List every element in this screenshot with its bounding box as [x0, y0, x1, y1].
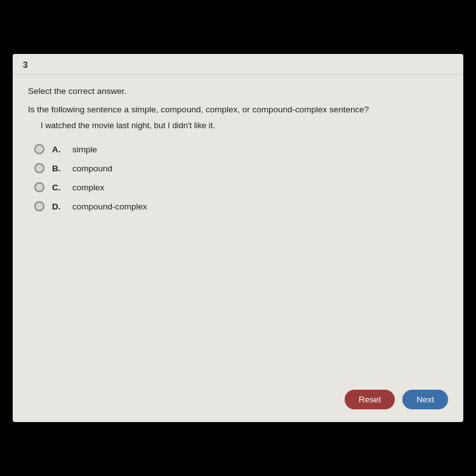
instruction-text: Select the correct answer.	[28, 86, 448, 96]
question-number: 3	[23, 60, 28, 70]
radio-d[interactable]	[34, 201, 44, 211]
quiz-screen: 3 Select the correct answer. Is the foll…	[13, 54, 463, 422]
radio-a[interactable]	[34, 144, 44, 154]
question-number-bar: 3	[13, 54, 463, 75]
option-c-letter: C.	[52, 183, 65, 192]
option-d-text: compound-complex	[72, 202, 147, 211]
option-d-letter: D.	[52, 202, 65, 211]
option-a[interactable]: A. simple	[34, 144, 448, 154]
next-button[interactable]: Next	[402, 390, 448, 409]
option-a-text: simple	[72, 145, 97, 154]
button-row: Reset Next	[13, 380, 463, 422]
radio-c[interactable]	[34, 182, 44, 192]
sentence-quote: I watched the movie last night, but I di…	[41, 121, 448, 130]
option-c-text: complex	[72, 183, 104, 192]
option-b[interactable]: B. compound	[34, 163, 448, 173]
option-b-letter: B.	[52, 164, 65, 173]
question-text: Is the following sentence a simple, comp…	[28, 105, 448, 114]
option-d[interactable]: D. compound-complex	[34, 201, 448, 211]
reset-button[interactable]: Reset	[345, 390, 395, 409]
option-a-letter: A.	[52, 145, 65, 154]
option-b-text: compound	[72, 164, 112, 173]
radio-b[interactable]	[34, 163, 44, 173]
content-area: Select the correct answer. Is the follow…	[13, 75, 463, 380]
option-c[interactable]: C. complex	[34, 182, 448, 192]
options-list: A. simple B. compound C. complex D. comp…	[34, 144, 448, 211]
